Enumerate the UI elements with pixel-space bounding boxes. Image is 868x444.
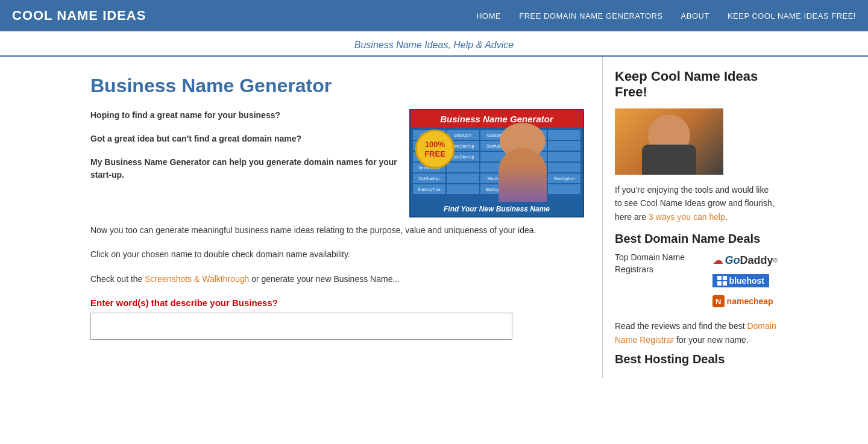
banner-cta: Find Your New Business Name xyxy=(410,202,583,216)
nav-keep-free[interactable]: KEEP COOL NAME IDEAS FREE! xyxy=(728,11,856,20)
domain-deals-title: Best Domain Name Deals xyxy=(615,232,778,246)
reviews-prefix: Read the reviews and find the best xyxy=(615,321,747,331)
banner-cell: OutStartUp xyxy=(413,174,445,183)
bh-cell xyxy=(717,281,722,286)
top-registrars-row: Top Domain Name Registrars ☁ Go Daddy ® xyxy=(615,252,778,310)
banner-cell xyxy=(548,184,580,194)
banner-cell xyxy=(548,152,580,161)
banner-badge: 100% FREE xyxy=(415,130,454,169)
banner-cell: StartUpTrue xyxy=(413,184,445,194)
intro-para-3: My Business Name Generator can help you … xyxy=(90,156,397,181)
godaddy-logo[interactable]: ☁ Go Daddy ® xyxy=(712,252,778,269)
godaddy-text: Go xyxy=(725,254,740,267)
site-header: COOL NAME IDEAS HOME FREE DOMAIN NAME GE… xyxy=(0,0,868,31)
reviews-text: Read the reviews and find the best Domai… xyxy=(615,319,778,346)
help-link[interactable]: 3 ways you can help xyxy=(649,212,725,222)
bluehost-text: bluehost xyxy=(729,276,764,286)
avatar-body xyxy=(642,145,696,175)
business-name-form: Enter word(s) that describe your Busines… xyxy=(90,298,584,340)
best-hosting-title: Best Hosting Deals xyxy=(615,352,778,366)
body-para-2: Click on your chosen name to double chec… xyxy=(90,248,584,261)
nav-home[interactable]: HOME xyxy=(476,11,501,20)
sidebar-description-suffix: . xyxy=(725,212,728,222)
badge-line1: 100% xyxy=(425,140,445,149)
main-nav: HOME FREE DOMAIN NAME GENERATORS ABOUT K… xyxy=(476,11,856,20)
banner-cell xyxy=(548,163,580,172)
banner-cell xyxy=(548,141,580,151)
registrar-logos: ☁ Go Daddy ® xyxy=(712,252,778,310)
banner-cell: StartUpInvt xyxy=(548,174,580,183)
body-para-3: Check out the Screenshots & Walkthrough … xyxy=(90,272,584,286)
site-logo[interactable]: COOL NAME IDEAS xyxy=(12,8,146,23)
form-label: Enter word(s) that describe your Busines… xyxy=(90,298,584,308)
sidebar: Keep Cool Name Ideas Free! If you’re enj… xyxy=(603,57,790,378)
page-title: Business Name Generator xyxy=(90,75,584,97)
banner-image[interactable]: Business Name Generator StartUpS StartUp… xyxy=(409,109,584,217)
sub-header: Business Name Ideas, Help & Advice xyxy=(0,31,868,57)
bh-cell xyxy=(717,276,722,280)
intro-text-col: Hoping to find a great name for your bus… xyxy=(90,109,397,217)
sidebar-description: If you’re enjoying the tools and would l… xyxy=(615,183,778,224)
sidebar-title: Keep Cool Name Ideas Free! xyxy=(615,69,778,100)
main-content: Business Name Generator Hoping to find a… xyxy=(0,57,603,378)
banner-person-body xyxy=(498,148,547,202)
body-para-3-prefix: Check out the xyxy=(90,274,145,284)
namecheap-text: namecheap xyxy=(727,296,773,306)
bluehost-logo[interactable]: bluehost xyxy=(712,272,778,289)
sidebar-avatar xyxy=(615,108,723,175)
namecheap-logo[interactable]: N namecheap xyxy=(712,293,778,310)
intro-para-2: Got a great idea but can’t find a great … xyxy=(90,133,397,145)
namecheap-icon: N xyxy=(712,295,725,307)
godaddy-text2: Daddy xyxy=(740,254,773,267)
top-registrars-label: Top Domain Name Registrars xyxy=(615,252,706,275)
sub-header-title[interactable]: Business Name Ideas, Help & Advice xyxy=(354,40,514,50)
godaddy-icon: ☁ xyxy=(712,254,723,267)
bh-cell xyxy=(723,281,727,286)
nav-about[interactable]: ABOUT xyxy=(681,11,709,20)
reviews-suffix: for your new name. xyxy=(674,335,749,345)
banner-cell xyxy=(447,174,479,183)
godaddy-reg: ® xyxy=(773,257,778,264)
banner-cell xyxy=(548,130,580,140)
banner-cell xyxy=(447,184,479,194)
badge-line2: FREE xyxy=(424,149,445,159)
business-word-input[interactable] xyxy=(90,313,512,340)
bh-cell xyxy=(723,276,727,280)
domain-deals-section: Best Domain Name Deals Top Domain Name R… xyxy=(615,232,778,310)
body-para-3-suffix: or generate your new Business Name... xyxy=(249,274,400,284)
banner-cell xyxy=(447,163,479,172)
intro-block: Hoping to find a great name for your bus… xyxy=(90,109,584,217)
intro-para-1: Hoping to find a great name for your bus… xyxy=(90,109,397,122)
banner-title: Business Name Generator xyxy=(410,110,583,128)
body-para-1: Now you too can generate meaningful busi… xyxy=(90,224,584,237)
bluehost-grid-icon xyxy=(717,276,727,286)
page-layout: Business Name Generator Hoping to find a… xyxy=(0,57,868,378)
screenshots-walkthrough-link[interactable]: Screenshots & Walkthrough xyxy=(145,274,249,284)
nav-generators[interactable]: FREE DOMAIN NAME GENERATORS xyxy=(519,11,662,20)
